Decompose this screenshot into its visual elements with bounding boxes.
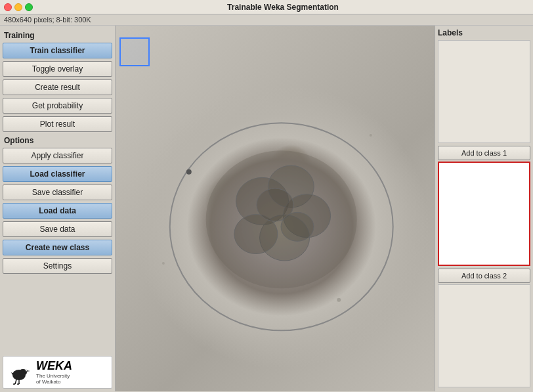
- weka-logo: WEKA The University of Waikato: [3, 356, 112, 389]
- svg-point-22: [337, 298, 341, 302]
- minimize-button[interactable]: [14, 3, 22, 11]
- class-2-label-area: [438, 162, 530, 266]
- labels-title: Labels: [438, 28, 530, 37]
- class-1-label-area: [438, 40, 530, 143]
- weka-text: WEKA The University of Waikato: [36, 359, 72, 385]
- svg-marker-3: [27, 370, 30, 372]
- svg-point-23: [162, 262, 165, 265]
- right-panel: Labels Add to class 1 Add to class 2: [435, 26, 533, 391]
- main-layout: Training Train classifier Toggle overlay…: [0, 26, 533, 391]
- weka-name: WEKA: [36, 359, 72, 373]
- window-title: Trainable Weka Segmentation: [37, 3, 529, 12]
- create-new-class-button[interactable]: Create new class: [3, 240, 112, 255]
- close-button[interactable]: [4, 3, 12, 11]
- microscopy-image: [116, 26, 435, 391]
- get-probability-button[interactable]: Get probability: [3, 98, 112, 114]
- apply-classifier-button[interactable]: Apply classifier: [3, 148, 112, 163]
- window-controls: [4, 3, 33, 11]
- info-bar: 480x640 pixels; 8-bit: 300K: [0, 14, 533, 26]
- add-to-class-1-button[interactable]: Add to class 1: [438, 146, 530, 160]
- weka-subtitle-line2: of Waikato: [36, 379, 72, 385]
- toggle-overlay-button[interactable]: Toggle overlay: [3, 61, 112, 77]
- options-section-label: Options: [4, 136, 111, 145]
- left-panel: Training Train classifier Toggle overlay…: [0, 26, 116, 391]
- save-classifier-button[interactable]: Save classifier: [3, 185, 112, 200]
- maximize-button[interactable]: [25, 3, 33, 11]
- weka-subtitle-line1: The University: [36, 373, 72, 380]
- selection-rectangle: [119, 37, 150, 66]
- class-extra-area: [438, 284, 530, 387]
- settings-button[interactable]: Settings: [3, 258, 112, 274]
- save-data-button[interactable]: Save data: [3, 221, 112, 237]
- svg-point-4: [26, 370, 27, 371]
- create-result-button[interactable]: Create result: [3, 79, 112, 95]
- load-data-button[interactable]: Load data: [3, 203, 112, 219]
- svg-point-24: [370, 134, 372, 137]
- svg-point-21: [186, 169, 192, 175]
- load-classifier-button[interactable]: Load classifier: [3, 166, 112, 182]
- training-section-label: Training: [4, 31, 111, 40]
- image-info: 480x640 pixels; 8-bit: 300K: [4, 16, 91, 24]
- titlebar: Trainable Weka Segmentation: [0, 0, 533, 14]
- train-classifier-button[interactable]: Train classifier: [3, 43, 112, 58]
- image-canvas[interactable]: [116, 26, 435, 391]
- weka-bird-icon: [6, 359, 32, 385]
- add-to-class-2-button[interactable]: Add to class 2: [438, 269, 530, 283]
- plot-result-button[interactable]: Plot result: [3, 116, 112, 132]
- svg-point-20: [281, 212, 314, 241]
